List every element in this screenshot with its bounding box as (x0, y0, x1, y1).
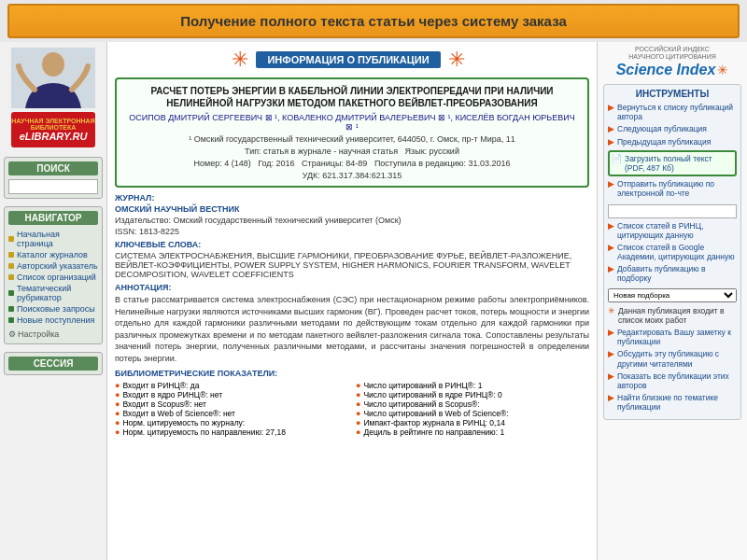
tool-prev-pub[interactable]: ▶ Предыдущая публикация (608, 137, 737, 147)
star-icon: ✳ (608, 306, 615, 315)
biblio-item: ● Число цитирований в ядре РИНЦ®: 0 (356, 390, 589, 399)
banner-title: Получение полного текста статьи через си… (24, 13, 723, 29)
biblio-icon: ● (115, 409, 120, 418)
biblio-item: ● Число цитирований в Scopus®: (356, 399, 589, 409)
biblio-item: ● Дециль в рейтинге по направлению: 1 (356, 427, 589, 437)
pdf-icon: 📄 (612, 154, 622, 164)
keywords-section: КЛЮЧЕВЫЕ СЛОВА: СИСТЕМА ЭЛЕКТРОСНАБЖЕНИЯ… (115, 240, 589, 279)
biblio-icon: ● (356, 390, 360, 399)
nav-bullet (8, 274, 14, 280)
nav-bullet (8, 252, 14, 258)
biblio-left: ● Входит в РИНЦ®: да ● Входит в ядро РИН… (115, 381, 348, 437)
biblio-icon: ● (356, 381, 360, 390)
biblio-item: ● Норм. цитируемость по журналу: (115, 418, 348, 427)
biblio-item: ● Входит в РИНЦ®: да (115, 381, 348, 390)
article-authors: ОСИПОВ ДМИТРИЙ СЕРГЕЕВИЧ ⊠ ¹, КОВАЛЕНКО … (126, 113, 578, 132)
abstract-text: В статье рассматривается система электро… (115, 294, 589, 365)
sci-asterisk-icon: ✳ (717, 63, 728, 77)
article-issue: Номер: 4 (148) Год: 2016 Страницы: 84-89… (126, 159, 578, 168)
tool-show-authors-pubs[interactable]: ▶ Показать все публикации этих авторов (608, 371, 737, 390)
abstract-label: АННОТАЦИЯ: (115, 283, 589, 292)
biblio-item: ● Входит в Web of Science®: нет (115, 409, 348, 418)
article-udc: УДК: 621.317.384:621.315 (126, 171, 578, 180)
tool-add-to-collection[interactable]: ▶ Добавить публикацию в подборку (608, 264, 737, 283)
arrow-icon: ▶ (608, 137, 614, 147)
nav-item-orgs[interactable]: Список организаций (8, 272, 98, 283)
info-item-my-works: ✳ Данная публикация входит в список моих… (608, 306, 737, 325)
biblio-icon: ● (115, 427, 120, 437)
biblio-section: БИБЛИОМЕТРИЧЕСКИЕ ПОКАЗАТЕЛИ: ● Входит в… (115, 369, 589, 437)
arrow-icon: ▶ (608, 393, 614, 403)
journal-issn: ISSN: 1813-8225 (115, 227, 589, 236)
biblio-item: ● Импакт-фактор журнала в РИНЦ: 0,14 (356, 418, 589, 427)
elibrary-logo[interactable]: НАУЧНАЯ ЭЛЕКТРОННАЯ БИБЛИОТЕКА eLIBRARY.… (11, 112, 95, 147)
elibrary-name: eLIBRARY.RU (20, 131, 88, 142)
tool-back-to-list[interactable]: ▶ Вернуться к списку публикаций автора (608, 103, 737, 121)
main-layout: НАУЧНАЯ ЭЛЕКТРОННАЯ БИБЛИОТЕКА eLIBRARY.… (0, 42, 747, 560)
biblio-title: БИБЛИОМЕТРИЧЕСКИЕ ПОКАЗАТЕЛИ: (115, 369, 589, 378)
article-box: РАСЧЕТ ПОТЕРЬ ЭНЕРГИИ В КАБЕЛЬНОЙ ЛИНИИ … (115, 77, 589, 188)
nav-item-home[interactable]: Начальная страница (8, 229, 98, 249)
search-input[interactable] (8, 179, 98, 194)
tool-ринц-list[interactable]: ▶ Список статей в РИНЦ, цитирующих данну… (608, 221, 737, 240)
biblio-icon: ● (115, 390, 120, 399)
biblio-icon: ● (356, 409, 360, 418)
arrow-icon: ▶ (608, 328, 614, 338)
right-sidebar: РОССИЙСКИЙ ИНДЕКСНАУЧНОГО ЦИТИРОВАНИЯ Sc… (598, 42, 747, 560)
arrow-icon: ▶ (608, 264, 614, 274)
nav-bullet (8, 236, 14, 242)
arrow-icon: ▶ (608, 371, 614, 382)
nav-item-settings[interactable]: ⚙ Настройка (8, 329, 98, 340)
tool-find-related[interactable]: ▶ Найти близкие по тематике публикации (608, 393, 737, 412)
search-section: ПОИСК (4, 157, 103, 199)
info-label: ИНФОРМАЦИЯ О ПУБЛИКАЦИИ (256, 51, 440, 68)
arrow-icon: ▶ (608, 349, 614, 359)
biblio-grid: ● Входит в РИНЦ®: да ● Входит в ядро РИН… (115, 381, 589, 437)
biblio-icon: ● (115, 418, 120, 427)
nav-bullet-green (8, 317, 14, 323)
abstract-section: АННОТАЦИЯ: В статье рассматривается сист… (115, 283, 589, 365)
nav-item-new[interactable]: Новые поступления (8, 315, 98, 326)
session-section: СЕССИЯ (4, 352, 103, 375)
article-type: Тип: статья в журнале - научная статья Я… (126, 147, 578, 156)
journal-name: ОМСКИЙ НАУЧНЫЙ ВЕСТНИК (115, 204, 589, 214)
nav-item-search[interactable]: Поисковые запросы (8, 303, 98, 315)
tool-download-pdf[interactable]: 📄 Загрузить полный текст (PDF, 487 Кб) (608, 150, 737, 176)
sci-index-title-row: Science Index ✳ (603, 62, 741, 78)
biblio-item: ● Норм. цитируемость по направлению: 27,… (115, 427, 348, 437)
nav-item-rubricator[interactable]: Тематический рубрикатор (8, 283, 98, 303)
science-index-logo: РОССИЙСКИЙ ИНДЕКСНАУЧНОГО ЦИТИРОВАНИЯ Sc… (603, 46, 741, 78)
nav-item-authors[interactable]: Авторский указатель (8, 260, 98, 272)
biblio-icon: ● (115, 399, 120, 409)
arrow-icon: ▶ (608, 103, 614, 113)
sci-index-sublabel: РОССИЙСКИЙ ИНДЕКСНАУЧНОГО ЦИТИРОВАНИЯ (603, 46, 741, 62)
biblio-icon: ● (356, 427, 360, 437)
tool-next-pub[interactable]: ▶ Следующая публикация (608, 124, 737, 134)
biblio-item: ● Число цитирований в Web of Science®: (356, 409, 589, 418)
search-title: ПОИСК (8, 161, 98, 175)
tool-send-email[interactable]: ▶ Отправить публикацию по электронной по… (608, 179, 737, 198)
nav-item-journals[interactable]: Каталог журналов (8, 249, 98, 260)
top-banner: Получение полного текста статьи через си… (7, 4, 740, 38)
collection-dropdown[interactable]: Новая подборка (608, 288, 737, 302)
biblio-item: ● Входит в ядро РИНЦ®: нет (115, 390, 348, 399)
nav-title: НАВИГАТОР (8, 211, 98, 225)
tool-google-list[interactable]: ▶ Список статей в Google Академии, цитир… (608, 243, 737, 261)
asterisk-right-icon: ✳ (448, 48, 465, 72)
biblio-icon: ● (115, 381, 120, 390)
sci-index-title: Science Index (616, 62, 716, 78)
tool-edit-note[interactable]: ▶ Редактировать Вашу заметку к публикаци… (608, 328, 737, 346)
arrow-icon: ▶ (608, 243, 614, 253)
session-title: СЕССИЯ (8, 357, 98, 371)
navigator-section: НАВИГАТОР Начальная страница Каталог жур… (4, 206, 103, 344)
elibrary-sublabel: НАУЧНАЯ ЭЛЕКТРОННАЯ БИБЛИОТЕКА (11, 118, 94, 131)
nav-bullet-green (8, 290, 14, 296)
asterisk-left-icon: ✳ (232, 48, 248, 72)
tool-discuss[interactable]: ▶ Обсудить эту публикацию с другими чита… (608, 349, 737, 368)
article-title: РАСЧЕТ ПОТЕРЬ ЭНЕРГИИ В КАБЕЛЬНОЙ ЛИНИИ … (126, 85, 578, 109)
biblio-item: ● Входит в Scopus®: нет (115, 399, 348, 409)
email-input[interactable] (608, 204, 737, 218)
settings-icon: ⚙ (8, 329, 16, 339)
journal-section: ЖУРНАЛ: ОМСКИЙ НАУЧНЫЙ ВЕСТНИК Издательс… (115, 193, 589, 236)
center-content: ✳ ИНФОРМАЦИЯ О ПУБЛИКАЦИИ ✳ РАСЧЕТ ПОТЕР… (107, 42, 598, 560)
